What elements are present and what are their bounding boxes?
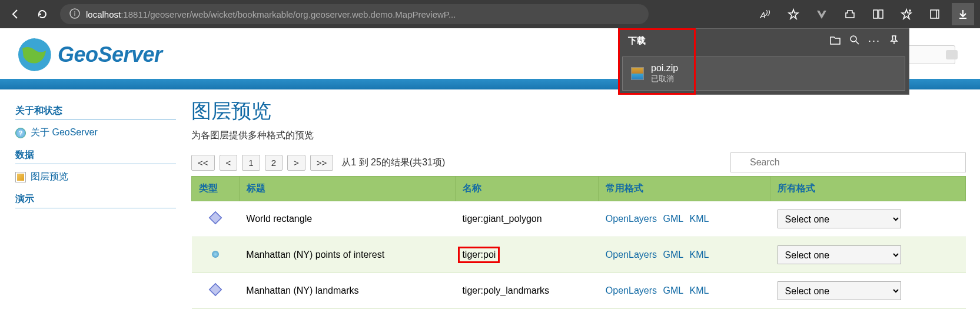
- downloads-title: 下载: [628, 35, 646, 46]
- layer-title: World rectangle: [239, 201, 455, 237]
- url-host: localhost: [86, 9, 121, 19]
- downloads-header: 下载 ···: [619, 29, 909, 53]
- sidebar: 关于和状态 ? 关于 GeoServer 数据 图层预览 演示: [0, 89, 191, 309]
- sidebar-layer-preview-link[interactable]: 图层预览: [15, 168, 176, 186]
- point-icon: [212, 251, 219, 258]
- main-content: 图层预览 为各图层提供多种格式的预览 << < 1 2 > >> 从1 到 25…: [191, 89, 980, 309]
- geoserver-logo-text: GeoServer: [58, 42, 162, 67]
- collections-icon[interactable]: [923, 3, 946, 25]
- format-gml-link[interactable]: GML: [663, 214, 683, 224]
- vue-icon[interactable]: [810, 3, 833, 25]
- all-formats-select[interactable]: Select one: [778, 245, 901, 264]
- content-area: 关于和状态 ? 关于 GeoServer 数据 图层预览 演示 图层预览 为各图…: [0, 89, 980, 309]
- search-wrap: [730, 152, 966, 172]
- layer-icon: [15, 172, 26, 182]
- more-icon[interactable]: ···: [868, 35, 881, 47]
- split-icon[interactable]: [867, 3, 889, 25]
- page-subtitle: 为各图层提供多种格式的预览: [191, 129, 966, 142]
- page-first-button[interactable]: <<: [191, 155, 215, 171]
- all-formats-select[interactable]: Select one: [778, 210, 901, 228]
- common-formats: OpenLayers GML KML: [599, 201, 770, 237]
- layer-title: Manhattan (NY) landmarks: [239, 273, 455, 309]
- format-kml-link[interactable]: KML: [690, 250, 709, 260]
- search-input[interactable]: [730, 152, 966, 172]
- common-formats: OpenLayers GML KML: [599, 237, 770, 273]
- address-bar[interactable]: i localhost:18811/geoserver/web/wicket/b…: [60, 4, 649, 24]
- downloads-button[interactable]: [952, 3, 974, 25]
- page-title: 图层预览: [191, 98, 966, 125]
- sidebar-item-label: 关于 GeoServer: [31, 127, 98, 139]
- format-gml-link[interactable]: GML: [663, 285, 683, 295]
- sidebar-data-heading: 数据: [15, 149, 176, 164]
- layer-name: tiger:poi: [455, 237, 598, 273]
- sidebar-about-link[interactable]: ? 关于 GeoServer: [15, 124, 176, 142]
- format-ol-link[interactable]: OpenLayers: [606, 250, 657, 260]
- format-ol-link[interactable]: OpenLayers: [606, 214, 657, 224]
- polygon-icon: [209, 211, 222, 225]
- page-next-button[interactable]: >: [287, 155, 305, 171]
- pager-summary: 从1 到 25的结果(共31项): [341, 157, 445, 169]
- toolbar-icons: A)): [754, 3, 974, 25]
- format-ol-link[interactable]: OpenLayers: [606, 285, 657, 295]
- geoserver-logo-icon: [16, 36, 53, 73]
- svg-rect-2: [873, 10, 878, 18]
- favorites-icon[interactable]: [895, 3, 918, 25]
- col-title[interactable]: 标题: [239, 177, 455, 201]
- download-filename: poi.zip: [651, 63, 678, 74]
- all-formats-select[interactable]: Select one: [778, 281, 901, 300]
- layer-name: tiger:giant_polygon: [455, 201, 598, 237]
- downloads-panel: 下载 ··· poi.zip 已取消: [618, 28, 909, 95]
- sidebar-item-label: 图层预览: [31, 171, 68, 183]
- info-icon: i: [69, 8, 80, 21]
- table-row: World rectangletiger:giant_polygonOpenLa…: [192, 201, 966, 237]
- format-kml-link[interactable]: KML: [690, 285, 709, 295]
- format-kml-link[interactable]: KML: [690, 214, 709, 224]
- table-row: Manhattan (NY) points of interesttiger:p…: [192, 237, 966, 273]
- page-2-button[interactable]: 2: [265, 155, 283, 171]
- read-aloud-icon[interactable]: A)): [754, 3, 776, 25]
- sidebar-demo-heading: 演示: [15, 193, 176, 208]
- polygon-icon: [209, 283, 222, 297]
- folder-icon[interactable]: [829, 35, 841, 47]
- table-row: Manhattan (NY) landmarkstiger:poly_landm…: [192, 273, 966, 309]
- search-icon[interactable]: [849, 35, 860, 47]
- svg-point-5: [851, 36, 856, 42]
- page-prev-button[interactable]: <: [220, 155, 238, 171]
- archive-icon: [631, 67, 644, 80]
- pager-row: << < 1 2 > >> 从1 到 25的结果(共31项): [191, 152, 966, 172]
- back-button[interactable]: [6, 5, 25, 24]
- col-all[interactable]: 所有格式: [770, 177, 966, 201]
- svg-rect-3: [879, 10, 883, 18]
- favorite-icon[interactable]: [782, 3, 805, 25]
- refresh-button[interactable]: [33, 5, 52, 24]
- page-last-button[interactable]: >>: [310, 155, 334, 171]
- layer-name: tiger:poly_landmarks: [455, 273, 598, 309]
- svg-rect-4: [931, 10, 939, 18]
- sidebar-about-heading: 关于和状态: [15, 105, 176, 120]
- col-type[interactable]: 类型: [192, 177, 240, 201]
- download-status: 已取消: [651, 74, 678, 84]
- extensions-icon[interactable]: [839, 3, 861, 25]
- layer-table: 类型 标题 名称 常用格式 所有格式 World rectangletiger:…: [191, 176, 966, 309]
- layer-title: Manhattan (NY) points of interest: [239, 237, 455, 273]
- col-common[interactable]: 常用格式: [599, 177, 770, 201]
- page-1-button[interactable]: 1: [242, 155, 260, 171]
- common-formats: OpenLayers GML KML: [599, 273, 770, 309]
- format-gml-link[interactable]: GML: [663, 250, 683, 260]
- svg-text:i: i: [74, 10, 75, 17]
- about-icon: ?: [15, 128, 26, 138]
- browser-toolbar: i localhost:18811/geoserver/web/wicket/b…: [0, 0, 980, 28]
- download-item[interactable]: poi.zip 已取消: [622, 57, 905, 91]
- pin-icon[interactable]: [889, 35, 899, 47]
- url-path: :18811/geoserver/web/wicket/bookmarkable…: [121, 9, 456, 19]
- col-name[interactable]: 名称: [455, 177, 598, 201]
